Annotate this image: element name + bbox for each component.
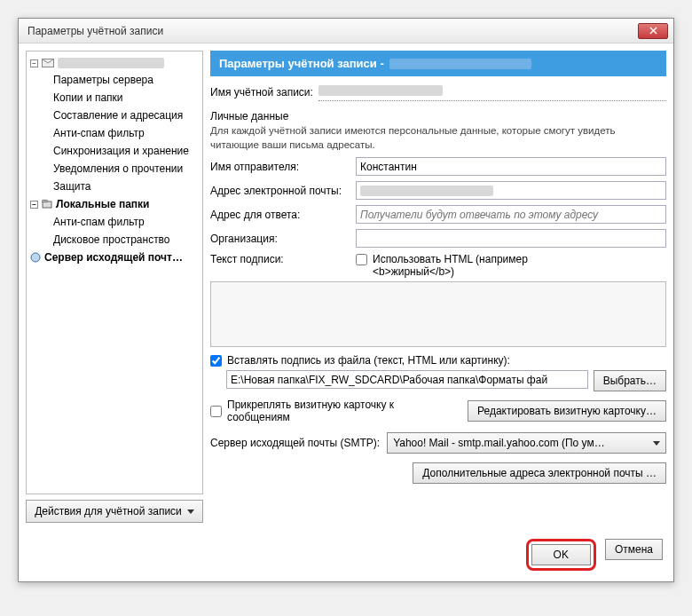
personal-legend: Личные данные <box>210 110 666 122</box>
attach-sig-file-checkbox[interactable] <box>210 355 222 367</box>
signature-textarea[interactable] <box>210 281 666 347</box>
use-html-label: Использовать HTML (например <b>жирный</b… <box>373 253 577 278</box>
account-name-field[interactable] <box>318 83 666 101</box>
email-label: Адрес электронной почты: <box>210 185 350 197</box>
right-pane: Параметры учётной записи - Имя учётной з… <box>210 51 666 523</box>
personal-hint: Для каждой учётной записи имеются персон… <box>210 124 666 152</box>
tree-item[interactable]: Защита <box>27 178 202 195</box>
tree-item[interactable]: Дисковое пространство <box>27 231 202 249</box>
account-tree[interactable]: − Параметры сервера Копии и папки Состав… <box>26 51 203 494</box>
blurred-account-name <box>58 58 164 68</box>
tree-account-root[interactable]: − <box>27 55 202 71</box>
sender-name-label: Имя отправителя: <box>210 161 350 173</box>
account-name-label: Имя учётной записи: <box>210 86 313 99</box>
tree-item-label: Локальные папки <box>56 198 150 210</box>
tree-item[interactable]: Составление и адресация <box>27 107 202 124</box>
smtp-label: Сервер исходящей почты (SMTP): <box>210 437 380 449</box>
reply-to-input[interactable] <box>356 205 666 224</box>
mail-icon <box>42 59 54 67</box>
blurred-banner-email <box>389 59 531 69</box>
tree-item[interactable]: Анти-спам фильтр <box>27 213 202 231</box>
titlebar: Параметры учётной записи <box>19 19 673 43</box>
organization-input[interactable] <box>356 229 666 248</box>
attach-sig-file-label: Вставлять подпись из файла (текст, HTML … <box>227 354 510 367</box>
smtp-select[interactable]: Yahoo! Mail - smtp.mail.yahoo.com (По ум… <box>387 432 666 454</box>
tree-item[interactable]: Параметры сервера <box>27 71 202 89</box>
choose-file-button[interactable]: Выбрать… <box>594 370 666 391</box>
attach-vcard-checkbox[interactable] <box>210 406 222 417</box>
account-settings-dialog: Параметры учётной записи − Параметры сер… <box>18 18 674 582</box>
tree-item[interactable]: Синхронизация и хранение <box>27 142 202 160</box>
smtp-selected-value: Yahoo! Mail - smtp.mail.yahoo.com (По ум… <box>393 437 605 449</box>
cancel-button[interactable]: Отмена <box>605 539 663 560</box>
sig-file-path-input[interactable] <box>226 370 588 389</box>
close-icon <box>649 27 657 35</box>
sender-name-input[interactable] <box>356 157 666 176</box>
tree-item[interactable]: Анти-спам фильтр <box>27 124 202 142</box>
svg-point-3 <box>31 253 40 262</box>
window-title: Параметры учётной записи <box>28 25 638 37</box>
dialog-footer: OK Отмена <box>19 530 673 581</box>
collapse-icon[interactable]: − <box>30 59 38 67</box>
folder-icon <box>42 199 52 209</box>
email-input[interactable] <box>356 181 666 200</box>
chevron-down-icon <box>653 441 660 446</box>
collapse-icon[interactable]: − <box>30 201 38 209</box>
chevron-down-icon <box>187 509 194 514</box>
signature-label: Текст подписи: <box>210 253 350 265</box>
account-actions-label: Действия для учётной записи <box>35 505 182 517</box>
svg-rect-2 <box>43 201 47 202</box>
tree-smtp-server[interactable]: Сервер исходящей почт… <box>27 249 202 266</box>
ok-button[interactable]: OK <box>531 544 591 565</box>
left-pane: − Параметры сервера Копии и папки Состав… <box>26 51 203 523</box>
edit-vcard-button[interactable]: Редактировать визитную карточку… <box>468 400 666 422</box>
close-button[interactable] <box>638 23 668 39</box>
attach-vcard-label: Прикреплять визитную карточку к сообщени… <box>227 399 405 423</box>
account-actions-button[interactable]: Действия для учётной записи <box>26 500 203 523</box>
tree-local-folders[interactable]: − Локальные папки <box>27 195 202 213</box>
server-icon <box>30 252 41 263</box>
tree-item-label: Сервер исходящей почт… <box>44 251 183 264</box>
ok-button-highlight: OK <box>526 539 596 571</box>
tree-item[interactable]: Копии и папки <box>27 89 202 107</box>
banner-prefix: Параметры учётной записи - <box>219 57 384 70</box>
organization-label: Организация: <box>210 233 350 245</box>
extra-emails-button[interactable]: Дополнительные адреса электронной почты … <box>413 462 666 484</box>
settings-banner: Параметры учётной записи - <box>210 51 666 76</box>
svg-rect-1 <box>43 201 51 208</box>
reply-to-label: Адрес для ответа: <box>210 209 350 221</box>
use-html-checkbox[interactable] <box>356 254 367 265</box>
tree-item[interactable]: Уведомления о прочтении <box>27 160 202 178</box>
